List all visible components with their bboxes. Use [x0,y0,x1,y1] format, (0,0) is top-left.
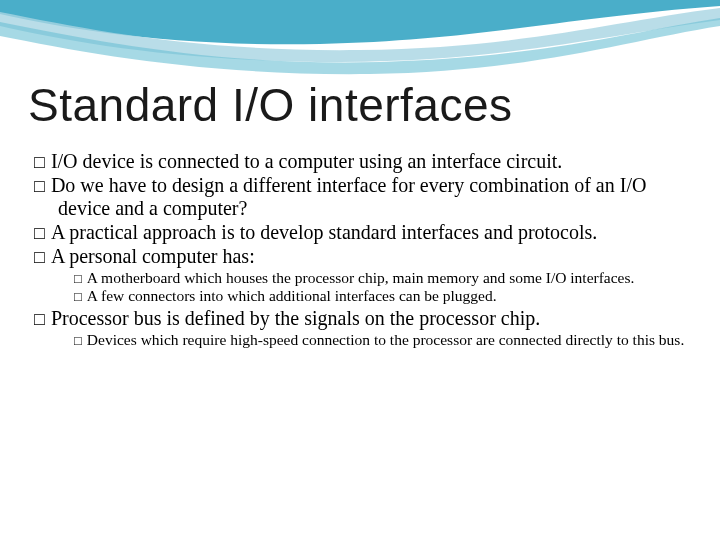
bullet-level2: A motherboard which houses the processor… [34,269,690,287]
slide: Standard I/O interfaces I/O device is co… [0,0,720,540]
slide-title: Standard I/O interfaces [28,78,513,132]
bullet-level1: Processor bus is defined by the signals … [34,307,690,330]
slide-content: I/O device is connected to a computer us… [34,150,690,349]
bullet-level1: A personal computer has: [34,245,690,268]
bullet-level1: A practical approach is to develop stand… [34,221,690,244]
bullet-level1: I/O device is connected to a computer us… [34,150,690,173]
bullet-level1: Do we have to design a different interfa… [34,174,690,220]
bullet-level2: Devices which require high-speed connect… [34,331,690,349]
bullet-level2: A few connectors into which additional i… [34,287,690,305]
decorative-swoosh [0,0,720,80]
